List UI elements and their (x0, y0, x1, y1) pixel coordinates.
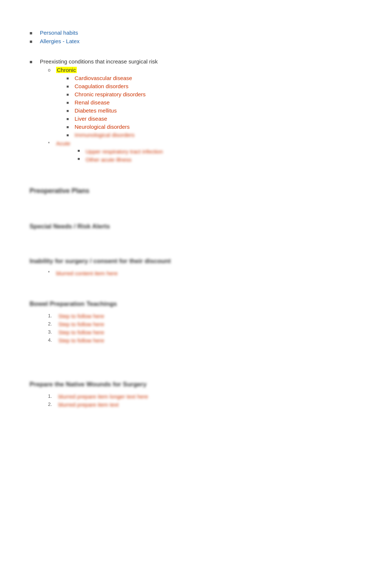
liver-item: ■ Liver disease (66, 115, 370, 122)
diabetes-text: Diabetes mellitus (75, 107, 117, 114)
personal-habits-text: Personal habits (40, 30, 78, 36)
bowel-item-text-1: Step to follow here (58, 313, 104, 319)
coagulation-text: Coagulation disorders (75, 83, 128, 89)
bullet-icon: * (48, 270, 56, 275)
circle-bullet-icon: o (48, 67, 56, 73)
neurological-item: ■ Neurological disorders (66, 124, 370, 130)
square-bullet-icon: ■ (66, 115, 75, 121)
prepare-item-text-1: blurred prepare item longer text here (58, 393, 148, 400)
acute-sub-text-1: Upper respiratory tract infection (86, 148, 163, 155)
bowel-item-text-2: Step to follow here (58, 321, 104, 327)
prepare-native-heading: Prepare the Native Wounds for Surgery (30, 381, 370, 388)
special-needs-heading: Special Needs / Risk Alerts (30, 223, 370, 230)
bullet-icon: ■ (78, 148, 86, 153)
circle-bullet-icon: * (48, 140, 56, 146)
diabetes-item: ■ Diabetes mellitus (66, 107, 370, 114)
number-marker: 4. (48, 337, 58, 343)
number-marker: 1. (48, 393, 58, 399)
square-bullet-icon: ■ (66, 132, 75, 137)
bowel-item-1: 1. Step to follow here (48, 313, 370, 319)
respiratory-text: Chronic respiratory disorders (75, 91, 146, 97)
bowel-item-2: 2. Step to follow here (48, 321, 370, 327)
list-item-personal-habits: ■ Personal habits (30, 30, 370, 36)
bowel-item-text-4: Step to follow here (58, 337, 104, 344)
number-marker: 2. (48, 401, 58, 407)
inability-heading: Inability for surgery / consent for thei… (30, 258, 370, 265)
inability-item-text: blurred content item here (56, 270, 118, 276)
cardiovascular-text: Cardiovascular disease (75, 75, 132, 81)
renal-text: Renal disease (75, 99, 110, 106)
square-bullet-icon: ■ (66, 83, 75, 89)
liver-text: Liver disease (75, 115, 107, 122)
list-item-allergies: ■ Allergies - Latex (30, 38, 370, 44)
chronic-item: o Chronic (48, 67, 370, 73)
preoperative-plans-heading: Preoperative Plans (30, 187, 370, 195)
square-bullet-icon: ■ (66, 91, 75, 97)
acute-sub-item-2: ■ Other acute illness (78, 156, 370, 163)
bowel-prep-heading: Bowel Preparation Teachings (30, 300, 370, 308)
bullet-icon: ■ (30, 58, 40, 65)
neurological-text: Neurological disorders (75, 124, 130, 130)
bowel-item-4: 4. Step to follow here (48, 337, 370, 344)
chronic-highlight: Chronic (56, 67, 77, 73)
square-bullet-icon: ■ (66, 75, 75, 80)
bowel-item-text-3: Step to follow here (58, 329, 104, 335)
list-item-preexisting: ■ Preexisting conditions that increase s… (30, 58, 370, 65)
square-bullet-icon: ■ (66, 124, 75, 129)
cardiovascular-item: ■ Cardiovascular disease (66, 75, 370, 81)
prepare-item-2: 2. blurred prepare item text (48, 401, 370, 408)
bullet-icon: ■ (30, 30, 40, 36)
square-bullet-icon: ■ (66, 99, 75, 105)
number-marker: 2. (48, 321, 58, 327)
blurred-chronic-item: ■ Immunological disorders (66, 132, 370, 138)
number-marker: 1. (48, 313, 58, 318)
acute-sub-text-2: Other acute illness (86, 156, 131, 163)
acute-sub-item-1: ■ Upper respiratory tract infection (78, 148, 370, 155)
renal-item: ■ Renal disease (66, 99, 370, 106)
prepare-item-text-2: blurred prepare item text (58, 401, 118, 408)
bullet-icon: ■ (78, 156, 86, 161)
respiratory-item: ■ Chronic respiratory disorders (66, 91, 370, 97)
number-marker: 3. (48, 329, 58, 335)
allergies-text: Allergies - Latex (40, 38, 80, 44)
blurred-chronic-text: Immunological disorders (75, 132, 135, 138)
coagulation-item: ■ Coagulation disorders (66, 83, 370, 89)
acute-label: Acute (56, 140, 70, 146)
preexisting-label: Preexisting conditions that increase sur… (40, 58, 158, 65)
square-bullet-icon: ■ (66, 107, 75, 113)
bowel-item-3: 3. Step to follow here (48, 329, 370, 335)
prepare-item-1: 1. blurred prepare item longer text here (48, 393, 370, 400)
inability-list-item: * blurred content item here (48, 270, 370, 276)
chronic-label: Chronic (56, 67, 77, 73)
bullet-icon: ■ (30, 38, 40, 44)
acute-item: * Acute (48, 140, 370, 146)
